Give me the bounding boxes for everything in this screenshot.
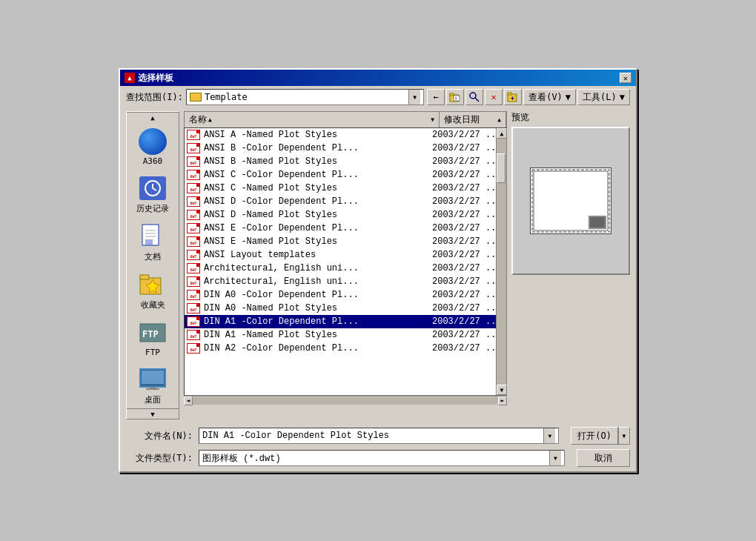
scroll-right-arrow[interactable]: ► <box>498 396 507 405</box>
new-folder-button[interactable]: + <box>504 89 522 105</box>
sidebar-label-docs: 文档 <box>145 251 161 262</box>
col-date-sort-icon[interactable]: ▲ <box>497 116 501 123</box>
search-scope-label: 查找范围(I): <box>126 91 183 104</box>
table-row[interactable]: DWTArchitectural, English uni...2003/2/2… <box>185 262 496 275</box>
view-button[interactable]: 查看(V) ▼ <box>523 89 576 105</box>
file-name: DIN A1 -Named Plot Styles <box>201 330 429 340</box>
cancel-button-label: 取消 <box>594 452 612 465</box>
sidebar-scroll-down[interactable]: ▼ <box>127 408 179 419</box>
filetype-value: 图形样板 (*.dwt) <box>202 452 281 465</box>
tools-label: 工具(L) <box>583 91 617 104</box>
sidebar-label-favorites: 收藏夹 <box>141 299 165 311</box>
svg-rect-25 <box>142 371 164 384</box>
svg-line-5 <box>475 98 479 102</box>
file-date: 2003/2/27 ... <box>429 130 496 140</box>
combo-arrow-icon[interactable]: ▼ <box>408 90 420 104</box>
filename-label: 文件名(N): <box>126 430 193 442</box>
file-type-icon: DWT <box>186 316 201 328</box>
table-row[interactable]: DWTANSI C -Named Plot Styles2003/2/27 ..… <box>185 182 496 195</box>
close-button[interactable]: ✕ <box>620 73 631 83</box>
sidebar-item-history[interactable]: 历史记录 <box>127 169 179 217</box>
back-button[interactable]: ← <box>427 89 445 105</box>
table-row[interactable]: DWTDIN A2 -Color Dependent Pl...2003/2/2… <box>185 342 496 355</box>
table-row[interactable]: DWTANSI C -Color Dependent Pl...2003/2/2… <box>185 168 496 182</box>
file-name: ANSI E -Named Plot Styles <box>201 236 429 247</box>
filename-combo[interactable]: DIN A1 -Color Dependent Plot Styles ▼ <box>199 428 559 444</box>
preview-image <box>530 167 611 234</box>
sidebar-label-desktop: 桌面 <box>145 394 161 405</box>
file-type-icon: DWT <box>186 249 201 261</box>
file-type-icon: DWT <box>186 142 201 154</box>
svg-rect-27 <box>146 388 159 390</box>
file-list-scrollbar[interactable]: ▲ ▼ <box>496 128 506 395</box>
table-row[interactable]: DWTANSI A -Named Plot Styles2003/2/27 ..… <box>185 128 496 142</box>
svg-rect-28 <box>532 170 609 232</box>
file-type-icon: DWT <box>186 196 201 208</box>
file-name: Architectural, English uni... <box>201 276 429 287</box>
view-arrow-icon: ▼ <box>566 92 571 102</box>
file-date: 2003/2/27 ... <box>429 316 496 327</box>
file-date: 2003/2/27 ... <box>429 223 496 233</box>
table-row[interactable]: DWTArchitectural, English uni...2003/2/2… <box>185 275 496 288</box>
filetype-combo-arrow[interactable]: ▼ <box>549 451 561 465</box>
col-name-header[interactable]: 名称 ▲ ▼ <box>185 112 440 127</box>
scroll-thumb[interactable] <box>497 153 505 183</box>
file-name: ANSI C -Color Dependent Pl... <box>201 170 429 180</box>
sidebar-item-ftp[interactable]: FTP FTP <box>127 313 179 360</box>
svg-rect-1 <box>450 93 454 96</box>
scroll-track[interactable] <box>497 139 506 385</box>
scroll-left-arrow[interactable]: ◄ <box>184 396 193 405</box>
combo-content: Template <box>190 92 248 102</box>
file-type-icon: DWT <box>186 182 201 194</box>
table-row[interactable]: DWTANSI E -Named Plot Styles2003/2/27 ..… <box>185 235 496 248</box>
col-header-dropdown-icon[interactable]: ▼ <box>431 116 434 123</box>
scroll-up-arrow[interactable]: ▲ <box>497 128 507 139</box>
open-button[interactable]: 打开(O) <box>571 427 618 445</box>
file-type-icon: DWT <box>186 129 201 141</box>
cancel-button[interactable]: 取消 <box>577 449 630 467</box>
left-sidebar: ▲ A360 历史记录 <box>126 111 179 419</box>
sidebar-item-a360[interactable]: A360 <box>127 122 179 169</box>
table-row[interactable]: DWTANSI Layout templates2003/2/27 ... <box>185 248 496 262</box>
search-button[interactable] <box>465 89 483 105</box>
table-row[interactable]: DWTDIN A0 -Named Plot Styles2003/2/27 ..… <box>185 302 496 315</box>
table-row[interactable]: DWTDIN A1 -Named Plot Styles2003/2/27 ..… <box>185 328 496 342</box>
open-button-dropdown[interactable]: ▼ <box>618 427 630 445</box>
sidebar-item-desktop[interactable]: 桌面 <box>127 360 179 408</box>
sidebar-scroll-up[interactable]: ▲ <box>127 112 179 122</box>
table-row[interactable]: DWTANSI D -Color Dependent Pl...2003/2/2… <box>185 195 496 208</box>
tools-button[interactable]: 工具(L) ▼ <box>577 89 630 105</box>
action-buttons: 打开(O) ▼ <box>571 427 630 445</box>
sidebar-item-docs[interactable]: 文档 <box>127 217 179 265</box>
file-type-icon: DWT <box>186 156 201 167</box>
h-scrollbar[interactable]: ◄ ► <box>184 396 507 405</box>
file-name: DIN A2 -Color Dependent Pl... <box>201 343 429 354</box>
filename-combo-arrow[interactable]: ▼ <box>543 428 555 443</box>
table-row[interactable]: DWTANSI E -Color Dependent Pl...2003/2/2… <box>185 222 496 235</box>
file-date: 2003/2/27 ... <box>429 156 496 167</box>
file-date: 2003/2/27 ... <box>429 236 496 247</box>
h-scroll-track[interactable] <box>193 397 498 405</box>
table-row[interactable]: DWTDIN A1 -Color Dependent Pl...2003/2/2… <box>185 315 496 328</box>
history-icon <box>138 175 168 202</box>
sidebar-item-favorites[interactable]: 收藏夹 <box>127 265 179 313</box>
toolbar-buttons: ← ↑ ✕ + <box>427 89 630 105</box>
scroll-down-arrow[interactable]: ▼ <box>497 385 507 395</box>
table-row[interactable]: DWTANSI B -Named Plot Styles2003/2/27 ..… <box>185 155 496 168</box>
search-scope-combo[interactable]: Template ▼ <box>186 89 424 105</box>
up-folder-button[interactable]: ↑ <box>446 89 464 105</box>
file-name: ANSI B -Color Dependent Pl... <box>201 143 429 153</box>
col-date-header[interactable]: 修改日期 ▲ <box>440 112 506 127</box>
delete-button[interactable]: ✕ <box>485 89 503 105</box>
file-name: ANSI C -Named Plot Styles <box>201 183 429 193</box>
file-date: 2003/2/27 ... <box>429 303 496 313</box>
table-row[interactable]: DWTANSI B -Color Dependent Pl...2003/2/2… <box>185 142 496 155</box>
table-row[interactable]: DWTANSI D -Named Plot Styles2003/2/27 ..… <box>185 208 496 222</box>
table-row[interactable]: DWTDIN A0 -Color Dependent Pl...2003/2/2… <box>185 288 496 302</box>
ftp-icon: FTP <box>138 319 168 346</box>
filetype-combo[interactable]: 图形样板 (*.dwt) ▼ <box>199 450 565 466</box>
dialog-title: 选择样板 <box>138 72 173 84</box>
open-button-label: 打开(O) <box>577 430 611 442</box>
favorites-icon <box>138 271 168 298</box>
filename-value: DIN A1 -Color Dependent Plot Styles <box>202 431 389 441</box>
